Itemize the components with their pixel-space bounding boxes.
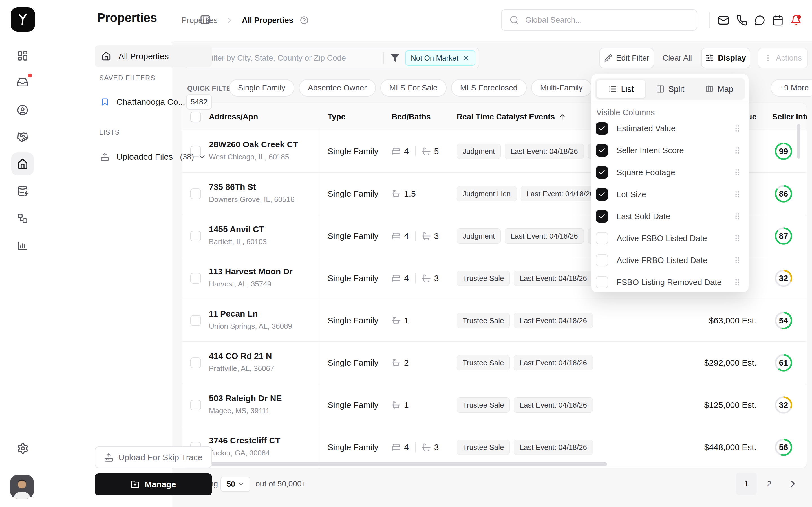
remove-filter-x-icon[interactable] <box>462 54 470 62</box>
more-filters-pill[interactable]: +9 More <box>770 79 812 97</box>
list-item-uploaded-files[interactable]: Uploaded Files (38) <box>95 148 212 166</box>
table-row[interactable]: 503 Raleigh Dr NE Magee, MS, 39111 Singl… <box>182 384 807 426</box>
list-item-count: (38) <box>180 152 194 161</box>
column-checkbox[interactable] <box>596 210 608 223</box>
drag-handle-icon[interactable] <box>734 257 740 264</box>
collapse-sidebar-icon[interactable] <box>200 14 211 25</box>
column-checkbox[interactable] <box>596 122 608 135</box>
page-2-button[interactable]: 2 <box>761 473 777 495</box>
view-list[interactable]: List <box>597 80 645 98</box>
help-icon[interactable] <box>300 16 308 24</box>
property-address: 414 CO Rd 21 N <box>209 351 274 361</box>
display-button[interactable]: Display <box>701 48 750 68</box>
table-row[interactable]: 11 Pecan Ln Union Springs, AL, 36089 Sin… <box>182 299 807 341</box>
data-icon[interactable] <box>17 185 28 196</box>
column-checkbox[interactable] <box>596 166 608 179</box>
sidebar-item-all-properties[interactable]: All Properties <box>95 45 212 67</box>
app-logo[interactable] <box>11 7 35 32</box>
header-seller-intent[interactable]: Seller Intent Score <box>772 103 807 130</box>
chat-icon[interactable] <box>754 15 765 26</box>
contacts-icon[interactable] <box>17 105 28 116</box>
quick-filter-pill[interactable]: Absentee Owner <box>299 79 376 97</box>
header-bed-baths[interactable]: Bed/Baths <box>392 103 430 130</box>
inbox-icon[interactable] <box>17 76 28 88</box>
select-all-checkbox[interactable] <box>190 112 201 122</box>
row-checkbox[interactable] <box>190 231 201 241</box>
drag-handle-icon[interactable] <box>734 279 740 286</box>
column-toggle-item[interactable]: Last Sold Date <box>591 205 749 227</box>
row-checkbox[interactable] <box>190 273 201 284</box>
page-1-button[interactable]: 1 <box>736 473 757 495</box>
event-chip: Trustee Sale <box>457 397 510 413</box>
active-filter-chip[interactable]: Not On Market <box>405 50 475 66</box>
chevron-down-icon <box>238 481 244 488</box>
properties-icon[interactable] <box>17 159 28 170</box>
row-checkbox[interactable] <box>190 188 201 199</box>
header-address[interactable]: Address/Apn <box>209 103 258 130</box>
saved-filter-item[interactable]: Chattanooga Co... 5482 <box>95 93 212 111</box>
view-map[interactable]: Map <box>695 80 744 98</box>
calendar-icon[interactable] <box>772 15 783 26</box>
column-checkbox[interactable] <box>596 188 608 201</box>
column-toggle-item[interactable]: Square Footage <box>591 161 749 183</box>
drag-handle-icon[interactable] <box>734 125 740 132</box>
user-avatar[interactable] <box>10 475 34 499</box>
row-checkbox[interactable] <box>190 357 201 368</box>
quick-filter-pill[interactable]: Single Family <box>229 79 294 97</box>
header-type[interactable]: Type <box>327 103 345 130</box>
column-checkbox[interactable] <box>596 276 608 288</box>
workflow-icon[interactable] <box>17 213 28 224</box>
sidebar-title: Properties <box>97 11 157 25</box>
quick-filter-pill[interactable]: Multi-Family <box>531 79 592 97</box>
column-toggle-item[interactable]: Estimated Value <box>591 117 749 139</box>
header-events[interactable]: Real Time Catalyst Events <box>457 103 566 130</box>
column-checkbox[interactable] <box>596 254 608 267</box>
clear-all-button[interactable]: Clear All <box>663 48 692 68</box>
column-toggle-item[interactable]: FSBO Listing Removed Date <box>591 271 749 293</box>
property-city: Tucker, GA, 30084 <box>209 449 280 457</box>
upload-skip-trace-button[interactable]: Upload For Skip Trace <box>95 446 212 468</box>
panel-divider <box>591 102 749 102</box>
column-checkbox[interactable] <box>596 232 608 244</box>
actions-button[interactable]: Actions <box>758 48 808 68</box>
event-chip: Last Event: 04/18/26 <box>521 186 600 202</box>
quick-filter-pill[interactable]: MLS Foreclosed <box>451 79 527 97</box>
drag-handle-icon[interactable] <box>734 169 740 176</box>
deals-icon[interactable] <box>17 131 28 143</box>
event-chips: Trustee Sale Last Event: 04/18/26 <box>457 342 593 384</box>
phone-icon[interactable] <box>736 15 748 26</box>
drag-handle-icon[interactable] <box>734 191 740 198</box>
table-row[interactable]: 3746 Crestcliff CT Tucker, GA, 30084 Sin… <box>182 426 807 468</box>
analytics-icon[interactable] <box>17 240 28 251</box>
column-toggle-item[interactable]: Active FRBO Listed Date <box>591 249 749 271</box>
column-toggle-item[interactable]: Lot Size <box>591 183 749 205</box>
column-checkbox[interactable] <box>596 144 608 157</box>
quick-filter-pill[interactable]: MLS For Sale <box>380 79 447 97</box>
global-search-input[interactable]: Global Search... <box>501 9 697 31</box>
settings-gear-icon[interactable] <box>17 443 29 454</box>
edit-filter-button[interactable]: Edit Filter <box>599 48 654 68</box>
email-icon[interactable] <box>718 15 729 26</box>
drag-handle-icon[interactable] <box>734 213 740 220</box>
table-row[interactable]: 414 CO Rd 21 N Prattville, AL, 36067 Sin… <box>182 341 807 384</box>
drag-handle-icon[interactable] <box>734 235 740 242</box>
drag-handle-icon[interactable] <box>734 147 740 154</box>
view-split[interactable]: Split <box>646 80 695 98</box>
page-size-select[interactable]: 50 <box>220 476 250 492</box>
row-checkbox[interactable] <box>190 400 201 410</box>
split-view-label: Split <box>668 84 684 94</box>
dashboard-icon[interactable] <box>17 50 28 61</box>
row-checkbox[interactable] <box>190 315 201 326</box>
lists-heading: LISTS <box>99 128 120 136</box>
column-toggle-item[interactable]: Seller Intent Score <box>591 139 749 161</box>
horizontal-scrollbar[interactable] <box>184 462 607 466</box>
column-toggle-item[interactable]: Active FSBO Listed Date <box>591 227 749 249</box>
next-page-chevron-icon[interactable] <box>787 478 799 490</box>
column-label: Estimated Value <box>617 124 675 133</box>
location-filter-input[interactable]: Filter by City, State, County or Zip Cod… <box>185 48 479 68</box>
chevron-down-icon[interactable] <box>198 153 206 161</box>
bed-baths-cell: 1 <box>392 299 409 342</box>
manage-button[interactable]: Manage <box>95 473 212 496</box>
vertical-scrollbar[interactable] <box>797 124 801 159</box>
notifications-bell-icon[interactable] <box>790 15 802 26</box>
